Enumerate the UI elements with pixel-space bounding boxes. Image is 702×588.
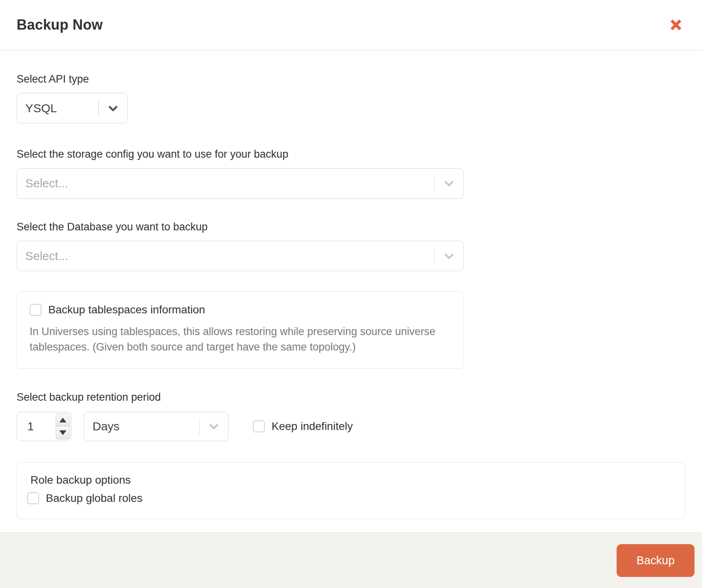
- retention-unit-value: Days: [84, 420, 199, 433]
- arrow-down-icon: [59, 430, 66, 435]
- retention-value-input[interactable]: 1: [17, 412, 72, 441]
- modal-body: Select API type YSQL Select the storage …: [0, 73, 702, 519]
- database-select[interactable]: Select...: [17, 241, 464, 271]
- tablespaces-description: In Universes using tablespaces, this all…: [30, 324, 451, 355]
- database-label: Select the Database you want to backup: [17, 220, 685, 233]
- retention-label: Select backup retention period: [17, 391, 685, 403]
- storage-config-placeholder: Select...: [17, 177, 434, 190]
- storage-config-select[interactable]: Select...: [17, 168, 464, 199]
- backup-button[interactable]: Backup: [617, 544, 694, 577]
- tablespaces-option-box: Backup tablespaces information In Univer…: [17, 291, 464, 369]
- backup-global-roles-label: Backup global roles: [46, 492, 142, 505]
- keep-indefinitely-checkbox[interactable]: [253, 420, 265, 432]
- stepper-down-button[interactable]: [56, 426, 70, 439]
- retention-value: 1: [17, 412, 56, 441]
- quantity-stepper: [56, 413, 70, 439]
- backup-global-roles-checkbox[interactable]: [27, 492, 39, 504]
- modal-footer: Backup: [0, 532, 702, 588]
- keep-indefinitely-label: Keep indefinitely: [272, 420, 353, 433]
- tablespaces-checkbox[interactable]: [30, 304, 42, 316]
- modal-title: Backup Now: [17, 17, 103, 33]
- chevron-down-icon: [200, 420, 228, 433]
- chevron-down-icon: [99, 102, 127, 115]
- modal-header: Backup Now: [0, 0, 702, 51]
- chevron-down-icon: [435, 177, 463, 190]
- storage-config-label: Select the storage config you want to us…: [17, 148, 685, 160]
- role-options-title: Role backup options: [27, 474, 673, 486]
- api-type-value: YSQL: [17, 102, 98, 115]
- close-icon: [669, 18, 683, 32]
- api-type-label: Select API type: [17, 73, 685, 85]
- retention-row: 1 Days Keep indefinitely: [17, 412, 685, 441]
- tablespaces-checkbox-label: Backup tablespaces information: [48, 303, 205, 316]
- role-backup-options-box: Role backup options Backup global roles: [17, 462, 685, 519]
- chevron-down-icon: [435, 249, 463, 263]
- close-button[interactable]: [667, 16, 685, 34]
- stepper-up-button[interactable]: [56, 414, 70, 427]
- retention-unit-select[interactable]: Days: [84, 412, 228, 441]
- arrow-up-icon: [59, 418, 66, 422]
- api-type-select[interactable]: YSQL: [17, 93, 128, 123]
- database-placeholder: Select...: [17, 249, 434, 263]
